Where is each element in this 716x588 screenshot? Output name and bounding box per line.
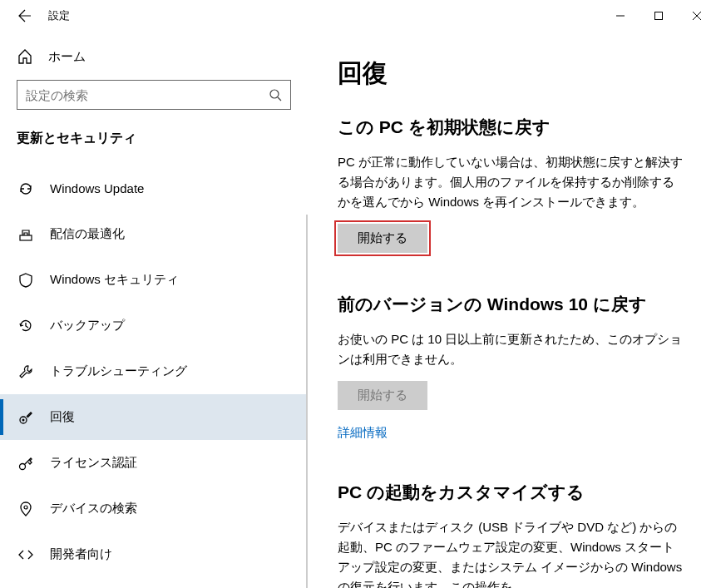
sidebar-item-label: 回復 [50, 409, 75, 425]
sidebar-item-troubleshoot[interactable]: トラブルシューティング [0, 348, 308, 394]
code-icon [17, 546, 35, 564]
close-button[interactable] [678, 2, 716, 29]
sync-icon [17, 180, 35, 198]
svg-point-6 [24, 506, 27, 509]
minimize-button[interactable] [601, 2, 639, 29]
sidebar-item-activation[interactable]: ライセンス認証 [0, 440, 308, 486]
section-title: この PC を初期状態に戻す [338, 116, 683, 139]
sidebar-item-label: 開発者向け [50, 546, 112, 562]
sidebar-item-label: トラブルシューティング [50, 363, 187, 379]
backup-icon [17, 317, 35, 335]
sidebar-item-delivery-optimization[interactable]: 配信の最適化 [0, 211, 308, 257]
sidebar-item-windows-security[interactable]: Windows セキュリティ [0, 257, 308, 303]
sidebar-divider [306, 215, 308, 588]
section-reset-pc: この PC を初期状態に戻す PC が正常に動作していない場合は、初期状態に戻す… [338, 116, 683, 253]
sidebar-item-windows-update[interactable]: Windows Update [0, 166, 308, 211]
window-title: 設定 [48, 8, 70, 23]
sidebar-item-label: Windows Update [50, 181, 144, 195]
sidebar-item-backup[interactable]: バックアップ [0, 303, 308, 348]
main-content: 回復 この PC を初期状態に戻す PC が正常に動作していない場合は、初期状態… [308, 32, 716, 588]
search-icon [269, 88, 282, 101]
sidebar-section-title: 更新とセキュリティ [0, 130, 308, 166]
search-input[interactable] [26, 88, 269, 102]
svg-rect-0 [655, 12, 663, 20]
home-button[interactable]: ホーム [0, 40, 308, 80]
maximize-icon [654, 11, 664, 21]
section-advanced-startup: PC の起動をカスタマイズする デバイスまたはディスク (USB ドライブや D… [338, 481, 683, 588]
go-back-start-button: 開始する [338, 381, 427, 410]
home-icon [17, 48, 33, 65]
section-title: 前のバージョンの Windows 10 に戻す [338, 293, 683, 316]
shield-icon [17, 271, 35, 289]
sidebar-item-label: Windows セキュリティ [50, 272, 179, 288]
svg-point-5 [20, 463, 26, 469]
section-title: PC の起動をカスタマイズする [338, 481, 683, 504]
section-go-back: 前のバージョンの Windows 10 に戻す お使いの PC は 10 日以上… [338, 293, 683, 441]
search-box[interactable] [17, 80, 291, 110]
page-title: 回復 [338, 57, 683, 91]
section-description: デバイスまたはディスク (USB ドライブや DVD など) からの起動、PC … [338, 517, 683, 588]
arrow-left-icon [18, 9, 32, 22]
section-description: PC が正常に動作していない場合は、初期状態に戻すと解決する場合があります。個人… [338, 152, 683, 212]
sidebar-item-label: 配信の最適化 [50, 226, 125, 242]
sidebar-item-label: ライセンス認証 [50, 455, 137, 471]
sidebar-item-recovery[interactable]: 回復 [0, 394, 308, 440]
svg-point-1 [270, 90, 279, 98]
reset-pc-start-button[interactable]: 開始する [338, 224, 427, 253]
wrench-icon [17, 363, 35, 381]
maximize-button[interactable] [639, 2, 678, 29]
section-description: お使いの PC は 10 日以上前に更新されたため、このオプションは利用できませ… [338, 329, 683, 369]
location-icon [17, 500, 35, 518]
sidebar-item-label: デバイスの検索 [50, 501, 137, 516]
delivery-icon [17, 225, 35, 244]
sidebar-item-label: バックアップ [50, 318, 125, 334]
svg-rect-2 [20, 235, 32, 240]
home-label: ホーム [48, 49, 86, 65]
window-controls [601, 2, 716, 29]
close-icon [692, 11, 702, 21]
sidebar-item-for-developers[interactable]: 開発者向け [0, 531, 308, 577]
minimize-icon [615, 11, 625, 21]
key-icon [17, 454, 35, 472]
content-area: ホーム 更新とセキュリティ Windows Update 配信の最適化 [0, 32, 716, 588]
back-button[interactable] [8, 0, 42, 32]
svg-point-4 [22, 418, 25, 421]
sidebar: ホーム 更新とセキュリティ Windows Update 配信の最適化 [0, 32, 308, 588]
more-info-link[interactable]: 詳細情報 [338, 425, 388, 441]
recovery-icon [17, 408, 35, 427]
titlebar: 設定 [0, 0, 716, 32]
sidebar-item-find-my-device[interactable]: デバイスの検索 [0, 486, 308, 531]
